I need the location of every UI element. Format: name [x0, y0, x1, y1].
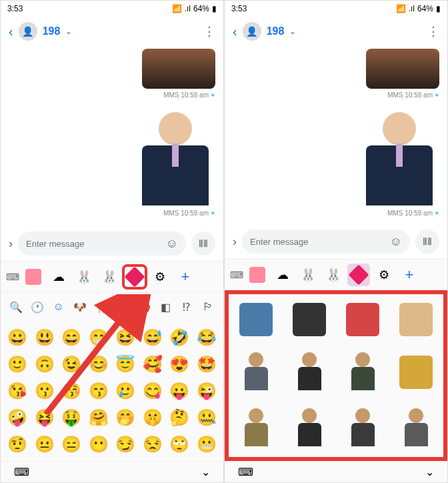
- emoji-cell[interactable]: 😇: [114, 353, 137, 376]
- emoji-cell[interactable]: 😛: [168, 380, 191, 402]
- message-image-2-r[interactable]: [359, 107, 439, 207]
- tab-sticker-r[interactable]: [347, 264, 370, 286]
- avatar-r[interactable]: 👤: [243, 22, 261, 41]
- cat-food[interactable]: 🍴: [91, 297, 111, 317]
- expand-button[interactable]: ›: [9, 237, 13, 251]
- emoji-cell[interactable]: 😏: [114, 433, 137, 456]
- message-list-r[interactable]: MMS 10:58 am✦ MMS 10:59 am✦: [225, 46, 447, 224]
- message-input-r[interactable]: [250, 237, 390, 247]
- more-button-r[interactable]: ⋮: [427, 24, 439, 39]
- voice-button[interactable]: ⦀⦀: [191, 231, 215, 256]
- back-button-r[interactable]: ‹: [233, 24, 237, 39]
- cat-animals[interactable]: 🐶: [70, 297, 90, 317]
- sticker-person-2[interactable]: [286, 348, 333, 397]
- emoji-cell[interactable]: 🤩: [195, 353, 219, 376]
- contact-name-r[interactable]: 198: [267, 25, 285, 37]
- emoji-cell[interactable]: 🤑: [60, 406, 83, 429]
- emoji-cell[interactable]: 🤫: [141, 406, 165, 429]
- emoji-cell[interactable]: 🙂: [6, 353, 29, 376]
- emoji-cell[interactable]: 😑: [60, 433, 83, 456]
- emoji-cell[interactable]: 😜: [195, 380, 219, 402]
- cat-symbols[interactable]: ⁉: [177, 297, 197, 317]
- sticker-person-6[interactable]: [339, 404, 386, 453]
- tab-cloud[interactable]: ☁: [47, 266, 70, 288]
- emoji-cell[interactable]: 🤣: [168, 326, 191, 349]
- emoji-cell[interactable]: 😅: [141, 326, 165, 349]
- emoji-cell[interactable]: 😝: [33, 406, 57, 429]
- emoji-button-r[interactable]: ☺: [390, 235, 402, 249]
- sticker-person-1[interactable]: [233, 348, 279, 397]
- tab-add[interactable]: +: [174, 266, 197, 288]
- emoji-cell[interactable]: 🙃: [33, 353, 57, 376]
- sticker-glass-object[interactable]: [233, 298, 279, 341]
- emoji-cell[interactable]: 🤭: [114, 406, 137, 429]
- sticker-person-5[interactable]: [286, 404, 333, 453]
- keyboard-icon-r[interactable]: ⌨: [230, 270, 243, 280]
- keyboard-switch-icon[interactable]: ⌨: [14, 466, 29, 478]
- sticker-person-7[interactable]: [393, 404, 439, 453]
- tab-rabbit2-r[interactable]: 🐰: [322, 264, 345, 286]
- sticker-hand-plate[interactable]: [393, 298, 439, 341]
- cat-smileys[interactable]: ☺: [49, 297, 69, 317]
- emoji-cell[interactable]: 😚: [60, 380, 83, 402]
- voice-button-r[interactable]: ⦀⦀: [415, 229, 439, 254]
- emoji-cell[interactable]: 😆: [114, 326, 137, 349]
- emoji-cell[interactable]: 😂: [195, 326, 219, 349]
- emoji-cell[interactable]: 😀: [6, 326, 29, 349]
- emoji-cell[interactable]: 😶: [87, 433, 111, 456]
- emoji-cell[interactable]: 😁: [87, 326, 111, 349]
- tab-settings[interactable]: ⚙: [149, 266, 171, 288]
- cat-search[interactable]: 🔍: [6, 297, 26, 317]
- contact-name[interactable]: 198: [43, 25, 61, 37]
- emoji-grid[interactable]: 😀😃😄😁😆😅🤣😂🙂🙃😉😊😇🥰😍🤩😘😗😚😙🥲😋😛😜🤪😝🤑🤗🤭🤫🤔🤐🤨😐😑😶😏😒🙄😬: [1, 321, 223, 461]
- message-image-1-r[interactable]: [366, 49, 439, 89]
- emoji-cell[interactable]: 😗: [33, 380, 57, 402]
- sticker-person-3[interactable]: [339, 348, 386, 397]
- avatar[interactable]: 👤: [19, 22, 37, 41]
- emoji-cell[interactable]: 🥲: [114, 380, 137, 402]
- emoji-cell[interactable]: 🤨: [6, 433, 29, 456]
- tab-add-r[interactable]: +: [398, 264, 421, 286]
- tab-face[interactable]: [22, 266, 45, 288]
- sticker-grid[interactable]: [233, 298, 439, 453]
- message-image-2[interactable]: [135, 107, 215, 207]
- cat-objects[interactable]: ◧: [155, 297, 175, 317]
- back-button[interactable]: ‹: [9, 24, 13, 39]
- tab-rabbit1-r[interactable]: 🐰: [297, 264, 319, 286]
- sticker-red-tree[interactable]: [339, 298, 386, 341]
- expand-button-r[interactable]: ›: [233, 235, 237, 249]
- message-list[interactable]: MMS 10:58 am✦ MMS 10:59 am✦: [1, 46, 223, 226]
- message-input[interactable]: [26, 239, 166, 249]
- emoji-cell[interactable]: 😘: [6, 380, 29, 402]
- message-image-1[interactable]: [142, 49, 215, 89]
- tab-rabbit2[interactable]: 🐰: [98, 266, 121, 288]
- emoji-cell[interactable]: 😋: [141, 380, 165, 402]
- sticker-jar[interactable]: [393, 348, 439, 397]
- emoji-cell[interactable]: 😄: [60, 326, 83, 349]
- cat-activity[interactable]: 🏀: [134, 297, 154, 317]
- emoji-button[interactable]: ☺: [166, 237, 178, 251]
- emoji-cell[interactable]: 😃: [33, 326, 57, 349]
- emoji-cell[interactable]: 🙄: [168, 433, 191, 456]
- sticker-person-4[interactable]: [233, 404, 279, 453]
- cat-places[interactable]: 🏠: [113, 297, 133, 317]
- chevron-down-icon[interactable]: ⌄: [65, 27, 72, 36]
- keyboard-switch-icon-r[interactable]: ⌨: [238, 466, 253, 478]
- emoji-cell[interactable]: 🥰: [141, 353, 165, 376]
- emoji-cell[interactable]: 😉: [60, 353, 83, 376]
- emoji-cell[interactable]: 😒: [141, 433, 165, 456]
- tab-sticker[interactable]: [123, 266, 146, 288]
- emoji-cell[interactable]: 🤐: [195, 406, 219, 429]
- tab-settings-r[interactable]: ⚙: [373, 264, 395, 286]
- cat-flags[interactable]: 🏳: [198, 297, 218, 317]
- emoji-cell[interactable]: 🤪: [6, 406, 29, 429]
- emoji-cell[interactable]: 🤗: [87, 406, 111, 429]
- cat-recent[interactable]: 🕐: [27, 297, 47, 317]
- tab-face-r[interactable]: [246, 264, 269, 286]
- emoji-cell[interactable]: 😐: [33, 433, 57, 456]
- emoji-cell[interactable]: 😬: [195, 433, 219, 456]
- emoji-cell[interactable]: 😍: [168, 353, 191, 376]
- collapse-icon[interactable]: ⌄: [201, 466, 210, 478]
- tab-rabbit1[interactable]: 🐰: [73, 266, 95, 288]
- sticker-lamp[interactable]: [286, 298, 333, 341]
